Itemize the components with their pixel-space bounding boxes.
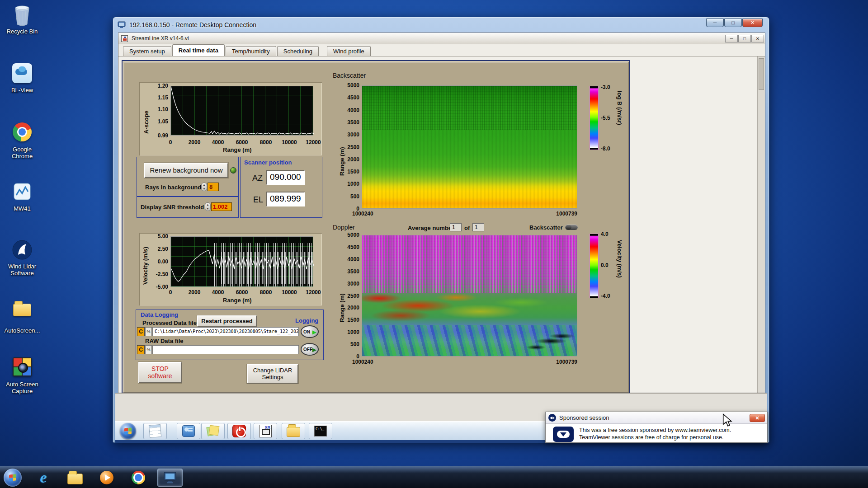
ascope-ytick: 0.99 bbox=[150, 133, 168, 139]
backscatter-heatmap bbox=[362, 85, 577, 209]
velocity-ytick: 2.50 bbox=[148, 246, 168, 252]
desktop-icon-recycle-bin[interactable]: Recycle Bin bbox=[3, 5, 42, 35]
teamviewer-icon bbox=[548, 414, 556, 422]
ascope-xtick: 8000 bbox=[253, 139, 278, 145]
app-maximize-button[interactable]: □ bbox=[738, 35, 751, 42]
raw-path-input[interactable] bbox=[152, 345, 299, 354]
tab-system-setup[interactable]: System setup bbox=[123, 46, 171, 56]
teamviewer-message-line2: TeamViewer sessions are free of charge f… bbox=[579, 434, 723, 441]
stop-software-button[interactable]: STOPsoftware bbox=[138, 362, 182, 383]
ascope-xtick: 0 bbox=[158, 139, 183, 145]
remote-taskbar-notepad[interactable] bbox=[143, 423, 167, 439]
data-logging-title: Data Logging bbox=[141, 311, 178, 318]
taskbar-rdp-active[interactable] bbox=[157, 469, 183, 487]
notepad-icon bbox=[149, 424, 161, 438]
doppler-section: Doppler Average number 1 of 1 Backscatte… bbox=[331, 223, 631, 372]
change-lidar-settings-button[interactable]: Change LiDARSettings bbox=[247, 364, 298, 384]
bs-cbar-tick: -3.0 bbox=[601, 84, 610, 90]
rdp-titlebar[interactable]: 192.168.0.150 - Remote Desktop Connectio… bbox=[113, 17, 769, 33]
processed-drive-box[interactable]: C bbox=[137, 327, 145, 336]
remote-taskbar-streamline-xr[interactable]: XR bbox=[254, 423, 277, 439]
velocity-trace bbox=[171, 237, 314, 287]
labview-vi-icon bbox=[121, 35, 128, 42]
dop-ytick: 3500 bbox=[341, 269, 359, 275]
app-close-button[interactable]: ✕ bbox=[751, 35, 764, 42]
renew-led-indicator bbox=[230, 167, 236, 174]
desktop-icon-mw41[interactable]: MW41 bbox=[3, 182, 42, 212]
restart-processed-file-button[interactable]: Restart processed file bbox=[197, 315, 257, 327]
desktop-icon-auto-screen-capture[interactable]: Auto Screen Capture bbox=[3, 356, 42, 394]
backscatter-toggle-label: Backscatter bbox=[529, 224, 563, 231]
host-start-button[interactable] bbox=[2, 469, 24, 487]
remote-taskbar-system-settings[interactable] bbox=[177, 423, 200, 439]
desktop-icon-label: BL-View bbox=[3, 87, 42, 94]
backscatter-toggle-switch[interactable] bbox=[565, 225, 578, 230]
rdp-maximize-button[interactable]: □ bbox=[724, 19, 742, 27]
desktop-icon-bl-view[interactable]: BL-View bbox=[3, 62, 42, 94]
remote-taskbar-command-prompt[interactable]: C:\_ bbox=[309, 423, 332, 439]
recycle-bin-icon bbox=[11, 5, 33, 26]
ascope-ytick: 1.20 bbox=[150, 83, 168, 89]
ascope-ytick: 1.10 bbox=[150, 107, 168, 113]
processed-logging-toggle[interactable]: ON▶ bbox=[301, 325, 319, 338]
processed-browse-button[interactable]: % bbox=[145, 327, 152, 336]
rdp-minimize-button[interactable]: ─ bbox=[706, 19, 724, 27]
taskbar-explorer[interactable] bbox=[64, 469, 86, 487]
rays-value-box[interactable]: 8 bbox=[208, 183, 219, 191]
snr-spinner[interactable]: ▲▼ bbox=[205, 202, 211, 211]
bs-ytick: 2500 bbox=[341, 145, 359, 150]
remote-taskbar-power-stop[interactable] bbox=[227, 423, 251, 439]
snr-value-box[interactable]: 1.002 bbox=[211, 202, 232, 211]
doppler-title: Doppler bbox=[333, 224, 355, 231]
velocity-xtick: 8000 bbox=[253, 289, 278, 296]
desktop-icon-label: AutoScreen... bbox=[3, 327, 42, 334]
tab-wind-profile[interactable]: Wind profile bbox=[327, 46, 371, 56]
taskbar-media-player[interactable] bbox=[96, 469, 118, 487]
renew-background-button[interactable]: Renew background now bbox=[144, 163, 228, 178]
app-titlebar[interactable]: StreamLine XR v14-6.vi ─ □ ✕ bbox=[118, 33, 765, 44]
app-minimize-button[interactable]: ─ bbox=[725, 35, 738, 42]
teamviewer-popup-titlebar[interactable]: Sponsored session ✕ bbox=[546, 412, 767, 424]
system-settings-icon bbox=[182, 425, 195, 437]
el-value[interactable]: 089.999 bbox=[266, 192, 305, 206]
teamviewer-close-button[interactable]: ✕ bbox=[750, 414, 765, 422]
background-panel: Renew background now Rays in background … bbox=[137, 157, 239, 197]
bs-cbar-tick: -5.5 bbox=[601, 115, 610, 121]
command-prompt-icon: C:\_ bbox=[314, 426, 327, 436]
sticky-notes-icon bbox=[207, 425, 219, 437]
az-value[interactable]: 090.000 bbox=[266, 170, 305, 185]
rdp-close-button[interactable]: ✕ bbox=[742, 19, 763, 27]
az-label: AZ bbox=[252, 174, 263, 183]
raw-logging-toggle[interactable]: OFF▶ bbox=[301, 343, 319, 356]
tab-scheduling[interactable]: Scheduling bbox=[277, 46, 319, 56]
tab-temp-humidity[interactable]: Temp/humidity bbox=[226, 46, 276, 56]
dop-cbar-tick: -4.0 bbox=[601, 293, 610, 299]
processed-path-input[interactable]: C:\Lidar\Data\Proc\2023\202308\20230805\… bbox=[152, 327, 299, 336]
desktop-icon-google-chrome[interactable]: Google Chrome bbox=[3, 121, 42, 160]
average-count-input[interactable]: 1 bbox=[472, 223, 484, 231]
raw-drive-box[interactable]: C bbox=[137, 345, 145, 354]
remote-start-button[interactable] bbox=[120, 423, 136, 439]
taskbar-chrome[interactable] bbox=[127, 469, 149, 487]
dop-ytick: 4500 bbox=[341, 244, 359, 250]
remote-taskbar-folder[interactable] bbox=[282, 423, 305, 439]
rdp-monitor-icon bbox=[163, 471, 177, 484]
vertical-scrollbar[interactable] bbox=[757, 56, 765, 393]
velocity-ylabel: Velocity (m/s) bbox=[142, 239, 149, 285]
tab-real-time-data[interactable]: Real time data bbox=[172, 44, 225, 56]
rays-spinner[interactable]: ▲▼ bbox=[201, 183, 207, 191]
desktop-icon-autoscreen-folder[interactable]: AutoScreen... bbox=[3, 298, 42, 334]
taskbar-internet-explorer[interactable]: e bbox=[33, 469, 54, 487]
raw-data-file-label: RAW Data file bbox=[145, 338, 184, 344]
desktop-icon-wind-lidar[interactable]: Wind Lidar Software bbox=[3, 239, 42, 277]
ascope-plot-area bbox=[170, 86, 313, 136]
bs-cbar-tick: -8.0 bbox=[601, 146, 610, 152]
logging-label: Logging bbox=[295, 317, 318, 324]
bs-ytick: 1500 bbox=[341, 169, 359, 175]
snr-panel: Display SNR threshold ▲▼ 1.002 bbox=[137, 197, 239, 218]
average-number-input[interactable]: 1 bbox=[450, 223, 462, 231]
mw41-icon bbox=[11, 182, 33, 203]
bs-ytick: 4000 bbox=[341, 108, 359, 113]
raw-browse-button[interactable]: % bbox=[145, 345, 152, 354]
remote-taskbar-sticky-notes[interactable] bbox=[201, 423, 225, 439]
